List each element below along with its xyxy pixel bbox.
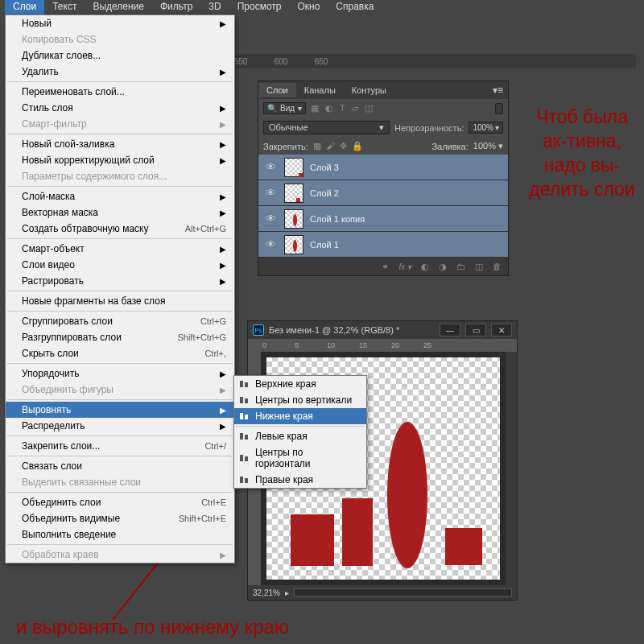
panel-menu-icon[interactable]: ▾≡	[488, 85, 508, 96]
submenu-item[interactable]: Верхние края	[234, 376, 366, 392]
layer-item[interactable]: 👁Слой 2	[258, 180, 508, 206]
fx-icon[interactable]: fx ▾	[398, 262, 411, 271]
layer-name[interactable]: Слой 3	[310, 163, 339, 172]
svg-rect-4	[240, 413, 243, 419]
layer-item[interactable]: 👁Слой 1	[258, 232, 508, 258]
shape-filter-icon[interactable]: ▱	[352, 103, 358, 114]
submenu-item[interactable]: Центры по вертикали	[234, 392, 366, 408]
menubar-item-просмотр[interactable]: Просмотр	[229, 0, 290, 14]
align-vcenter-icon	[239, 395, 250, 405]
menu-item[interactable]: Новый корректирующий слой▶	[6, 152, 234, 168]
layers-mode-row: Обычные ▾ Непрозрачность: 100% ▾	[258, 118, 508, 138]
menu-item[interactable]: Переименовать слой...	[6, 84, 234, 100]
menu-item[interactable]: Стиль слоя▶	[6, 100, 234, 116]
svg-rect-2	[240, 397, 243, 403]
layer-name[interactable]: Слой 2	[310, 188, 339, 198]
menu-item: Копировать CSS	[6, 31, 234, 47]
folder-icon[interactable]: 🗀	[456, 262, 465, 271]
menu-item[interactable]: Векторная маска▶	[6, 204, 234, 221]
lock-all-icon[interactable]: 🔒	[352, 141, 363, 151]
menubar-item-справка[interactable]: Справка	[328, 0, 382, 14]
chevron-right-icon[interactable]: ▸	[285, 588, 289, 597]
menu-item[interactable]: Объединить слоиCtrl+E	[6, 494, 234, 510]
menu-item[interactable]: Слои видео▶	[6, 257, 234, 273]
vertical-scrollbar[interactable]	[506, 352, 517, 585]
document-title: Без имени-1 @ 32,2% (RGB/8) *	[269, 325, 399, 335]
submenu-item[interactable]: Нижние края	[234, 408, 366, 424]
smart-filter-icon[interactable]: ◫	[365, 103, 373, 114]
menu-item[interactable]: Объединить видимыеShift+Ctrl+E	[6, 510, 234, 526]
svg-rect-5	[245, 415, 248, 419]
close-button[interactable]: ✕	[491, 324, 512, 336]
menu-item[interactable]: Дубликат слоев...	[6, 47, 234, 64]
layer-name[interactable]: Слой 1 копия	[310, 214, 365, 224]
text-filter-icon[interactable]: T	[340, 103, 345, 114]
menu-item[interactable]: Новые фрагменты на базе слоя	[6, 293, 234, 309]
filter-toggle[interactable]	[495, 103, 503, 114]
submenu-item[interactable]: Правые края	[234, 472, 366, 488]
menu-item[interactable]: Новый▶	[6, 15, 234, 31]
layer-item[interactable]: 👁Слой 1 копия	[258, 206, 508, 232]
filter-type-select[interactable]: 🔍 Вид ▾	[263, 102, 306, 114]
menubar-item-текст[interactable]: Текст	[44, 0, 85, 14]
submenu-item[interactable]: Левые края	[234, 428, 366, 444]
menubar-item-фильтр[interactable]: Фильтр	[152, 0, 200, 14]
filter-label: Вид	[280, 104, 295, 113]
tab-paths[interactable]: Контуры	[344, 83, 394, 97]
horizontal-scrollbar[interactable]	[294, 588, 512, 597]
lock-position-icon[interactable]: ✥	[340, 141, 347, 151]
align-submenu: Верхние краяЦентры по вертикалиНижние кр…	[233, 375, 367, 489]
menu-item[interactable]: Закрепить слои...Ctrl+/	[6, 438, 234, 454]
link-icon[interactable]: ⚭	[382, 262, 389, 272]
submenu-item[interactable]: Центры по горизонтали	[234, 444, 366, 472]
svg-rect-0	[240, 381, 243, 387]
tab-channels[interactable]: Каналы	[296, 83, 344, 97]
trash-icon[interactable]: 🗑	[493, 262, 502, 271]
opacity-input[interactable]: 100% ▾	[469, 122, 503, 134]
menubar-item-окно[interactable]: Окно	[289, 0, 328, 14]
lock-transparent-icon[interactable]: ▦	[313, 141, 321, 151]
menu-item[interactable]: Упорядочить▶	[6, 365, 234, 382]
maximize-button[interactable]: ▭	[465, 324, 486, 336]
filter-icons: ▦ ◐ T ▱ ◫	[311, 103, 373, 114]
menu-item[interactable]: Растрировать▶	[6, 273, 234, 289]
visibility-toggle[interactable]: 👁	[263, 161, 278, 173]
adjust-filter-icon[interactable]: ◐	[325, 103, 333, 114]
menu-item[interactable]: Скрыть слоиCtrl+,	[6, 345, 234, 361]
menu-item[interactable]: Создать обтравочную маскуAlt+Ctrl+G	[6, 221, 234, 237]
menu-item[interactable]: Слой-маска▶	[6, 188, 234, 204]
fill-input[interactable]: 100% ▾	[473, 141, 503, 151]
menu-item: Обработка краев▶	[6, 547, 234, 563]
pixel-filter-icon[interactable]: ▦	[311, 103, 319, 114]
lock-label: Закрепить:	[263, 142, 308, 151]
layer-name[interactable]: Слой 1	[310, 240, 339, 250]
menu-item[interactable]: Разгруппировать слоиShift+Ctrl+G	[6, 329, 234, 345]
layer-item[interactable]: 👁Слой 3	[258, 155, 508, 180]
menu-item[interactable]: Связать слои	[6, 458, 234, 474]
visibility-toggle[interactable]: 👁	[263, 213, 278, 225]
menu-item[interactable]: Новый слой-заливка▶	[6, 136, 234, 152]
menu-item: Выделить связанные слои	[6, 474, 234, 490]
svg-rect-7	[245, 435, 248, 440]
visibility-toggle[interactable]: 👁	[263, 238, 278, 250]
menu-item[interactable]: Распределить▶	[6, 418, 234, 434]
minimize-button[interactable]: —	[440, 324, 460, 336]
document-titlebar[interactable]: Ps Без имени-1 @ 32,2% (RGB/8) * — ▭ ✕	[248, 321, 517, 339]
lock-pixels-icon[interactable]: 🖌	[326, 141, 335, 151]
menu-item[interactable]: Сгруппировать слоиCtrl+G	[6, 313, 234, 329]
menu-item[interactable]: Выполнить сведение	[6, 526, 234, 543]
menu-item[interactable]: Выровнять▶	[6, 402, 234, 418]
adjust-icon[interactable]: ◑	[439, 262, 447, 272]
svg-rect-3	[245, 398, 248, 403]
menu-item[interactable]: Удалить▶	[6, 64, 234, 80]
visibility-toggle[interactable]: 👁	[263, 187, 278, 199]
layer-thumbnail	[284, 209, 303, 229]
menu-item[interactable]: Смарт-объект▶	[6, 241, 234, 257]
new-layer-icon[interactable]: ◫	[475, 262, 483, 272]
menubar-item-слои[interactable]: Слои	[5, 0, 44, 14]
mask-icon[interactable]: ◐	[421, 262, 429, 272]
menubar-item-выделение[interactable]: Выделение	[85, 0, 152, 14]
menubar-item-3d[interactable]: 3D	[200, 0, 229, 14]
blend-mode-select[interactable]: Обычные ▾	[263, 121, 390, 134]
tab-layers[interactable]: Слои	[258, 83, 296, 97]
